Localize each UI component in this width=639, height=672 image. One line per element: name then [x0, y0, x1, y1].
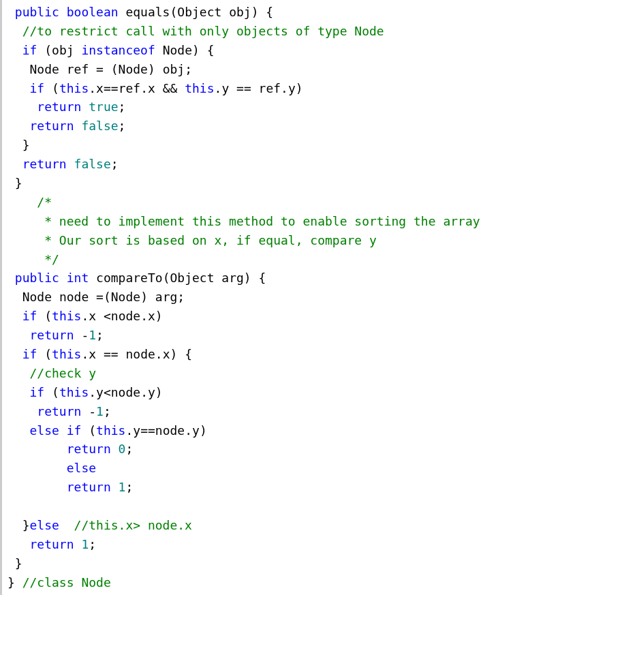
code-token: ) [148, 62, 163, 76]
code-token [7, 100, 37, 114]
code-token [7, 195, 37, 209]
code-token: node [111, 385, 140, 399]
code-line: return false; [7, 157, 119, 171]
code-token: return [22, 157, 67, 171]
code-line: * Our sort is based on x, if equal, comp… [7, 233, 377, 247]
code-token [59, 271, 67, 285]
code-line: if (obj instanceof Node) { [7, 43, 215, 57]
code-token: ) { [244, 271, 266, 285]
code-token: this [96, 423, 125, 438]
code-line: public int compareTo(Object arg) { [7, 271, 266, 285]
code-token: */ [44, 252, 59, 266]
code-token: ; [111, 157, 119, 171]
code-token: . [281, 81, 288, 95]
code-line: return 0; [7, 442, 133, 456]
code-token: int [67, 271, 89, 285]
code-token: ) { [251, 5, 274, 19]
code-token [67, 157, 74, 171]
code-token: return [67, 480, 111, 494]
code-token: ; [125, 480, 133, 494]
code-line: //to restrict call with only objects of … [7, 24, 384, 38]
code-line: Node node =(Node) arg; [7, 290, 185, 304]
code-token: } [7, 176, 22, 190]
code-token: * Our sort is based on x, if equal, comp… [44, 233, 377, 247]
code-token: arg [155, 290, 178, 304]
code-token: y [288, 81, 296, 95]
code-token: false [74, 157, 111, 171]
code-token: return [30, 119, 74, 133]
code-token [7, 290, 22, 304]
code-token: //check y [30, 366, 97, 380]
code-token: if [22, 347, 37, 361]
code-token: return [30, 328, 74, 342]
code-line: return 1; [7, 480, 133, 494]
code-line: Node ref = (Node) obj; [7, 62, 192, 76]
code-token [7, 366, 30, 380]
code-token [7, 271, 15, 285]
code-token: ( [37, 347, 52, 361]
code-line: }else //this.x> node.x [7, 518, 192, 532]
code-line: } //class Node [7, 575, 111, 590]
code-token: else [30, 518, 59, 532]
code-token: 0 [119, 442, 126, 456]
code-token: obj [163, 62, 185, 76]
code-token: node [59, 290, 89, 304]
code-token: ) [140, 290, 155, 304]
code-token: y [221, 81, 229, 95]
code-token [59, 518, 74, 532]
code-token: ; [185, 62, 192, 76]
code-token [111, 442, 119, 456]
code-token: . [125, 423, 133, 438]
code-token [74, 119, 82, 133]
code-token: compareTo [96, 271, 163, 285]
code-token: if [67, 423, 82, 438]
code-token: == [104, 81, 119, 95]
code-token: else [30, 423, 59, 438]
code-line: return 1; [7, 537, 96, 551]
code-line: } [7, 176, 22, 190]
code-token [7, 119, 30, 133]
code-token: this [185, 81, 214, 95]
code-line: //check y [7, 366, 96, 380]
code-token: Node [119, 62, 148, 76]
code-token [7, 480, 67, 494]
code-token: x [89, 309, 96, 323]
code-token: //class Node [22, 575, 111, 590]
code-token [7, 81, 30, 95]
code-token: x [148, 81, 155, 95]
code-token: Node [30, 62, 59, 76]
code-token: x [163, 347, 170, 361]
code-token: < [104, 385, 111, 399]
code-token: ref [119, 81, 141, 95]
code-token: //to restrict call with only objects of … [22, 24, 384, 38]
code-token: . [81, 347, 89, 361]
code-line: } [7, 556, 22, 570]
code-token: ( [44, 385, 59, 399]
code-token: ; [125, 442, 133, 456]
code-token: . [140, 309, 148, 323]
code-token: equals [125, 5, 170, 19]
code-token: ( [170, 5, 177, 19]
code-token: public [15, 271, 59, 285]
code-token: ( [44, 81, 59, 95]
code-token: node [125, 347, 155, 361]
code-line: return -1; [7, 328, 104, 342]
code-token: ) { [170, 347, 193, 361]
code-token: ) { [192, 43, 215, 57]
code-line: if (this.x == node.x) { [7, 347, 192, 361]
code-block: public boolean equals(Object obj) { //to… [0, 0, 639, 595]
code-token: return [67, 442, 111, 456]
code-token: } [7, 575, 22, 590]
code-token: 1 [119, 480, 126, 494]
code-token: && [155, 81, 185, 95]
code-token: /* [37, 195, 52, 209]
code-token: . [140, 385, 148, 399]
code-token [7, 461, 67, 475]
code-token: x [96, 81, 104, 95]
code-token: x [148, 309, 155, 323]
code-token: . [89, 81, 96, 95]
code-token: //this.x> node.x [74, 518, 192, 532]
code-token: obj [52, 43, 74, 57]
code-token [7, 24, 22, 38]
code-token: Node [111, 290, 140, 304]
